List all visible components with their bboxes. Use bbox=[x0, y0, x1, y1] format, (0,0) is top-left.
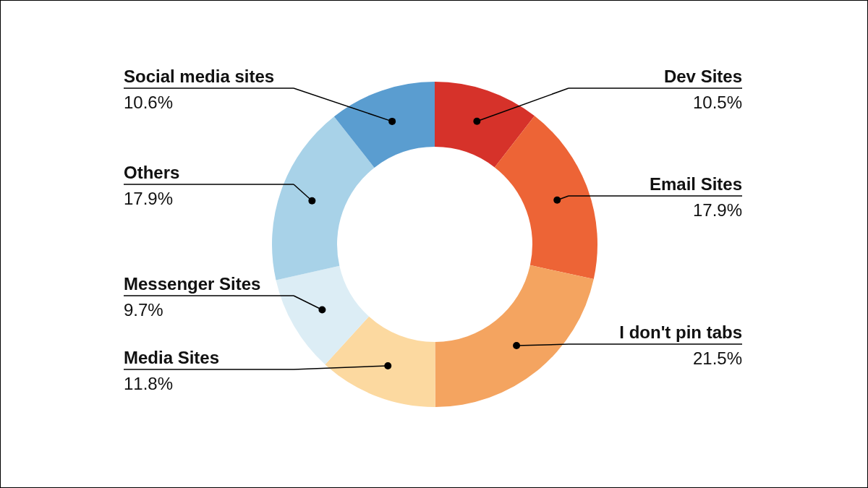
leader-dot bbox=[553, 197, 561, 204]
category-label: Others bbox=[124, 163, 179, 182]
value-label: 17.9% bbox=[693, 200, 742, 220]
leader-dot bbox=[318, 306, 326, 313]
leader-dot bbox=[384, 362, 391, 369]
donut-slice bbox=[435, 265, 593, 407]
leader-dot bbox=[388, 118, 396, 125]
value-label: 9.7% bbox=[124, 300, 163, 320]
chart-frame: { "chart_data": { "type": "pie", "title"… bbox=[0, 0, 868, 488]
donut-chart: Dev Sites10.5%Email Sites17.9%I don't pi… bbox=[1, 1, 868, 488]
leader-dot bbox=[473, 118, 480, 125]
category-label: Social media sites bbox=[124, 67, 274, 86]
category-label: Dev Sites bbox=[664, 67, 742, 86]
value-label: 11.8% bbox=[124, 374, 173, 393]
value-label: 17.9% bbox=[124, 189, 173, 208]
category-label: Messenger Sites bbox=[124, 274, 260, 294]
leader-dot bbox=[308, 197, 315, 205]
category-label: Email Sites bbox=[650, 174, 742, 194]
category-label: Media Sites bbox=[124, 348, 219, 367]
value-label: 10.5% bbox=[693, 93, 742, 112]
value-label: 21.5% bbox=[693, 348, 742, 368]
leader-dot bbox=[513, 342, 520, 349]
value-label: 10.6% bbox=[124, 93, 173, 112]
category-label: I don't pin tabs bbox=[619, 322, 742, 342]
